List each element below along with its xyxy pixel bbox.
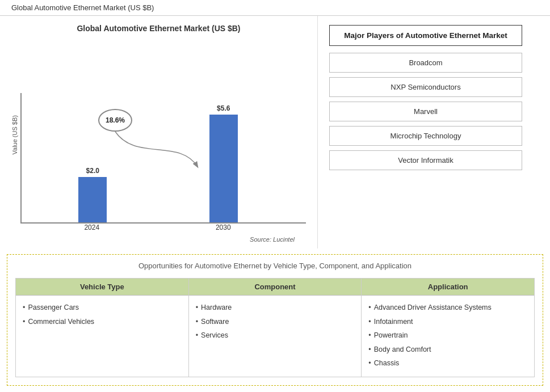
player-nxp: NXP Semiconductors — [329, 77, 522, 97]
bar-2024 — [78, 177, 107, 222]
x-label-2024: 2024 — [78, 224, 106, 231]
opp-column-application: Application • Advanced Driver Assistance… — [361, 278, 535, 377]
x-labels: 2024 2030 — [20, 224, 306, 231]
bar-value-2030: $5.6 — [217, 104, 230, 112]
bullet-icon: • — [196, 329, 198, 342]
bullet-icon: • — [23, 301, 25, 314]
players-title: Major Players of Automotive Ethernet Mar… — [329, 25, 522, 46]
opp-item-body-comfort: • Body and Comfort — [368, 343, 527, 356]
bullet-icon: • — [368, 343, 371, 356]
bar-group-2030: $5.6 — [209, 104, 238, 222]
opp-header-component: Component — [189, 279, 362, 296]
bullet-icon: • — [23, 315, 25, 328]
opp-column-vehicle-type: Vehicle Type • Passenger Cars • Commerci… — [15, 278, 188, 377]
bullet-icon: • — [196, 301, 198, 314]
opp-item-infotainment: • Infotainment — [368, 315, 527, 328]
chart-source: Source: Lucintel — [11, 236, 306, 243]
opp-item-software: • Software — [196, 315, 355, 328]
bar-2030 — [209, 115, 238, 222]
opp-body-vehicle-type: • Passenger Cars • Commercial Vehicles — [16, 296, 188, 335]
opp-item-hardware: • Hardware — [196, 301, 355, 314]
cagr-arrow-svg — [22, 93, 306, 222]
opportunities-title: Opportunities for Automotive Ethernet by… — [15, 262, 535, 270]
chart-area: Global Automotive Ethernet Market (US $B… — [0, 16, 318, 248]
bullet-icon: • — [368, 301, 371, 314]
bottom-section: Opportunities for Automotive Ethernet by… — [7, 254, 543, 386]
chart-body: 18.6% $2.0 — [20, 93, 306, 231]
bullet-icon: • — [368, 357, 371, 370]
cagr-annotation: 18.6% — [98, 109, 132, 132]
opp-item-passenger-cars: • Passenger Cars — [23, 301, 182, 314]
cagr-circle: 18.6% — [98, 109, 132, 132]
opportunities-grid: Vehicle Type • Passenger Cars • Commerci… — [15, 278, 535, 377]
player-broadcom: Broadcom — [329, 53, 522, 73]
opp-header-vehicle-type: Vehicle Type — [16, 279, 188, 296]
player-microchip: Microchip Technology — [329, 126, 522, 146]
bullet-icon: • — [368, 315, 371, 328]
top-strip-label: Global Automotive Ethernet Market (US $B… — [0, 0, 550, 16]
opp-item-chassis: • Chassis — [368, 357, 527, 370]
player-vector: Vector Informatik — [329, 150, 522, 170]
opp-item-commercial-vehicles: • Commercial Vehicles — [23, 315, 182, 328]
opp-column-component: Component • Hardware • Software • Servic… — [188, 278, 362, 377]
opp-header-application: Application — [362, 279, 534, 296]
player-marvell: Marvell — [329, 102, 522, 121]
x-label-2030: 2030 — [209, 224, 237, 231]
opp-item-adas: • Advanced Driver Assistance Systems — [368, 301, 527, 314]
bar-group-2024: $2.0 — [78, 167, 107, 222]
opp-item-services: • Services — [196, 329, 355, 342]
opp-body-application: • Advanced Driver Assistance Systems • I… — [362, 296, 534, 377]
players-area: Major Players of Automotive Ethernet Mar… — [318, 16, 534, 248]
opp-body-component: • Hardware • Software • Services — [189, 296, 362, 349]
opp-item-powertrain: • Powertrain — [368, 329, 527, 342]
bar-value-2024: $2.0 — [86, 167, 99, 175]
y-axis-label: Value (US $B) — [11, 115, 18, 155]
bars-container: 18.6% $2.0 — [20, 93, 306, 224]
bullet-icon: • — [368, 329, 371, 342]
bullet-icon: • — [196, 315, 198, 328]
chart-title: Global Automotive Ethernet Market (US $B… — [11, 24, 306, 33]
